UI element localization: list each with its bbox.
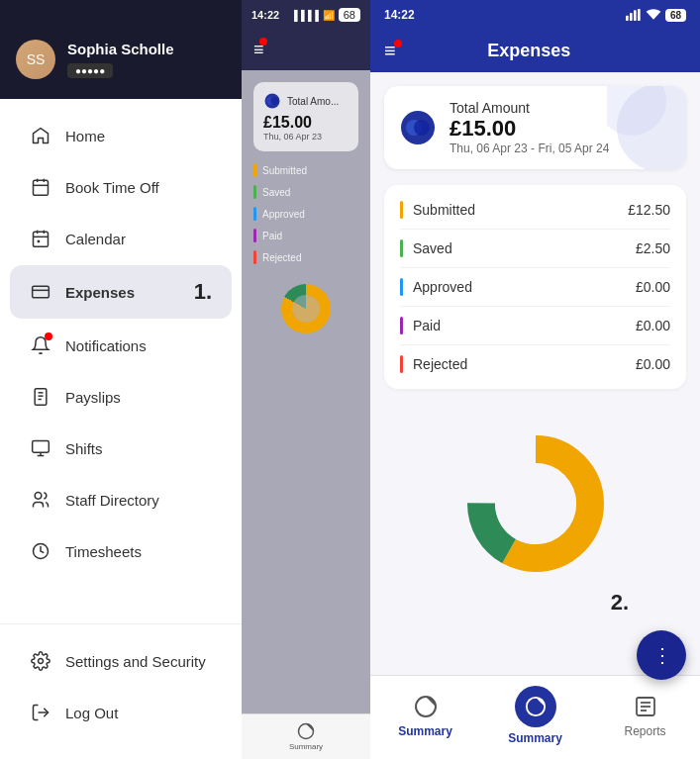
expense-label-rejected: Rejected <box>413 356 467 372</box>
sidebar-label-shifts: Shifts <box>65 440 103 457</box>
bottom-tab-label-summary-right: Summary <box>398 724 452 738</box>
rejected-color-bar <box>400 355 403 373</box>
sidebar-label-book-time-off: Book Time Off <box>65 179 159 196</box>
legend-submitted: Submitted <box>253 163 358 177</box>
sidebar-item-expenses[interactable]: Expenses 1. <box>10 265 232 319</box>
user-role-badge: ●●●●● <box>67 63 113 78</box>
sidebar-label-settings: Settings and Security <box>65 653 206 670</box>
bottom-tab-label-summary-active: Summary <box>508 731 562 745</box>
middle-status-bar: 14:22 ▐▐▐▐ 📶 68 <box>242 0 370 30</box>
svg-rect-26 <box>634 10 637 21</box>
user-name: Sophia Scholle <box>67 41 174 57</box>
sidebar-label-payslips: Payslips <box>65 389 121 406</box>
expense-label-submitted: Submitted <box>413 202 475 218</box>
status-icons: 68 <box>626 9 686 22</box>
svg-point-22 <box>271 97 279 105</box>
sidebar-item-staff-directory[interactable]: Staff Directory <box>10 475 232 524</box>
expenses-icon <box>30 281 51 303</box>
sidebar-label-timesheets: Timesheets <box>65 543 142 560</box>
sidebar-item-calendar[interactable]: Calendar <box>10 214 232 263</box>
sidebar-item-payslips[interactable]: Payslips <box>10 372 232 422</box>
header-menu-wrapper: ≡ <box>384 40 396 62</box>
sidebar-item-shifts[interactable]: Shifts <box>10 424 232 473</box>
sidebar-label-notifications: Notifications <box>65 337 147 354</box>
legend-paid: Paid <box>253 229 358 242</box>
svg-point-16 <box>35 493 42 500</box>
paid-bar <box>253 229 256 242</box>
step2-badge: 2. <box>611 590 629 616</box>
donut-hole <box>495 463 576 544</box>
middle-card: Total Amo... £15.00 Thu, 06 Apr 23 <box>253 82 358 151</box>
right-battery: 68 <box>665 9 686 22</box>
sidebar-header: SS Sophia Scholle ●●●●● <box>0 0 242 99</box>
svg-rect-27 <box>638 9 641 21</box>
bottom-tab-summary-active[interactable]: Summary <box>480 676 590 759</box>
user-info: Sophia Scholle ●●●●● <box>67 41 174 78</box>
bottom-tab-label-reports: Reports <box>624 724 665 738</box>
summary-active-icon-circle <box>515 686 556 727</box>
middle-red-dot <box>259 38 267 46</box>
legend-saved: Saved <box>253 185 358 199</box>
bottom-tab-summary-right[interactable]: Summary <box>370 676 480 759</box>
card-decoration <box>607 86 686 169</box>
expense-left-submitted: Submitted <box>400 201 475 219</box>
expense-row-submitted: Submitted £12.50 <box>400 191 670 230</box>
legend-approved: Approved <box>253 207 358 221</box>
home-icon <box>30 125 51 146</box>
middle-bottom-tabs: Summary <box>242 713 370 759</box>
rejected-bar <box>253 250 256 264</box>
svg-rect-9 <box>33 286 50 298</box>
sidebar-label-calendar: Calendar <box>65 231 126 247</box>
sidebar-item-notifications[interactable]: Notifications <box>10 321 232 370</box>
expense-amount-rejected: £0.00 <box>636 356 670 372</box>
svg-point-30 <box>414 120 430 136</box>
sidebar-label-expenses: Expenses <box>65 284 135 301</box>
header-red-dot <box>394 40 402 47</box>
logout-icon <box>30 702 51 723</box>
svg-rect-0 <box>34 180 49 195</box>
bottom-tab-reports[interactable]: Reports <box>590 676 700 759</box>
middle-date: Thu, 06 Apr 23 <box>263 132 349 142</box>
svg-rect-8 <box>38 240 41 243</box>
step1-badge: 1. <box>194 279 212 305</box>
sidebar-item-home[interactable]: Home <box>10 111 232 160</box>
middle-panel: 14:22 ▐▐▐▐ 📶 68 ≡ Total Amo... <box>242 0 370 759</box>
timesheets-icon <box>30 540 51 562</box>
donut-container <box>384 405 686 603</box>
expense-row-saved: Saved £2.50 <box>400 230 670 268</box>
book-time-off-icon <box>30 176 51 198</box>
expense-label-paid: Paid <box>413 318 441 333</box>
sidebar-label-staff-directory: Staff Directory <box>65 492 159 509</box>
right-header: ≡ Expenses <box>370 30 700 72</box>
fab-button[interactable]: ⋮ <box>637 630 686 680</box>
right-content: Total Amount £15.00 Thu, 06 Apr 23 - Fri… <box>370 72 700 675</box>
sidebar-item-logout[interactable]: Log Out <box>10 688 232 737</box>
submitted-color-bar <box>400 201 403 219</box>
legend-rejected: Rejected <box>253 250 358 264</box>
calendar-icon <box>30 228 51 249</box>
saved-color-bar <box>400 239 403 257</box>
sidebar-label-logout: Log Out <box>65 705 118 721</box>
expense-amount-submitted: £12.50 <box>628 202 670 218</box>
sidebar-label-home: Home <box>65 128 105 144</box>
approved-color-bar <box>400 278 403 296</box>
sidebar-item-settings[interactable]: Settings and Security <box>10 636 232 686</box>
expense-amount-saved: £2.50 <box>636 240 670 256</box>
expense-left-paid: Paid <box>400 317 441 334</box>
payslips-icon <box>30 386 51 408</box>
svg-rect-4 <box>34 232 49 246</box>
middle-donut-wrapper <box>253 284 358 333</box>
sidebar-item-timesheets[interactable]: Timesheets <box>10 526 232 576</box>
middle-total-label: Total Amo... <box>287 96 339 107</box>
svg-rect-15 <box>33 441 50 453</box>
middle-time: 14:22 <box>251 9 279 21</box>
expense-row-approved: Approved £0.00 <box>400 268 670 307</box>
saved-bar <box>253 185 256 199</box>
svg-rect-25 <box>630 13 633 21</box>
sidebar-item-book-time-off[interactable]: Book Time Off <box>10 162 232 212</box>
middle-amount: £15.00 <box>263 114 349 132</box>
header-title: Expenses <box>487 41 570 61</box>
middle-tab-summary-left[interactable]: Summary <box>289 722 323 751</box>
svg-rect-24 <box>626 16 629 21</box>
expense-label-saved: Saved <box>413 240 452 256</box>
